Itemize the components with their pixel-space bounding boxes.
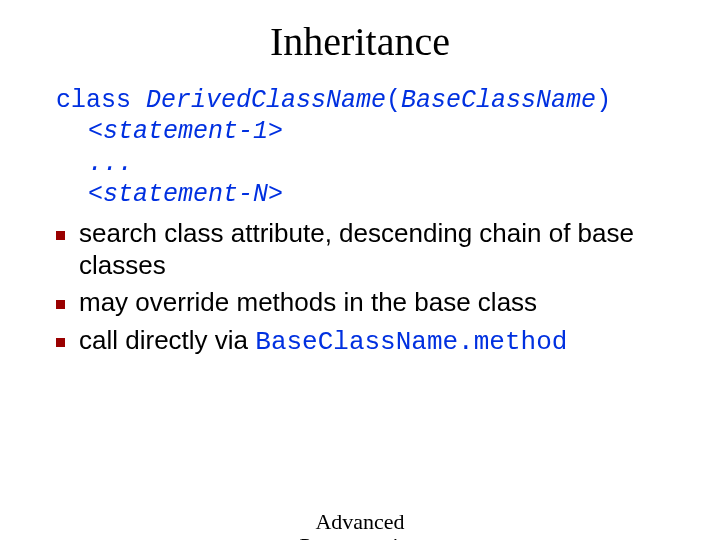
footer: Advanced Programming [0, 510, 720, 540]
bullet-list: search class attribute, descending chain… [56, 218, 680, 359]
bullet-text-mono: BaseClassName.method [255, 327, 567, 357]
code-line-3: ... [56, 148, 680, 179]
code-line-4: <statement-N> [56, 179, 680, 210]
code-line-2: <statement-1> [56, 116, 680, 147]
code-line-1: class DerivedClassName(BaseClassName) [56, 85, 680, 116]
footer-line-2: Programming [0, 534, 720, 540]
bullet-text: call directly via BaseClassName.method [79, 325, 567, 359]
paren-open: ( [386, 86, 401, 115]
paren-close: ) [596, 86, 611, 115]
bullet-icon [56, 338, 65, 347]
list-item: call directly via BaseClassName.method [56, 325, 680, 359]
bullet-icon [56, 300, 65, 309]
footer-line-1: Advanced [0, 510, 720, 534]
slide: Inheritance class DerivedClassName(BaseC… [0, 18, 720, 540]
slide-title: Inheritance [0, 18, 720, 65]
bullet-text: search class attribute, descending chain… [79, 218, 680, 281]
list-item: may override methods in the base class [56, 287, 680, 319]
base-class-name: BaseClassName [401, 86, 596, 115]
bullet-text: may override methods in the base class [79, 287, 537, 319]
keyword-class: class [56, 86, 146, 115]
code-block: class DerivedClassName(BaseClassName) <s… [56, 85, 680, 210]
list-item: search class attribute, descending chain… [56, 218, 680, 281]
derived-class-name: DerivedClassName [146, 86, 386, 115]
bullet-text-prefix: call directly via [79, 325, 255, 355]
bullet-icon [56, 231, 65, 240]
